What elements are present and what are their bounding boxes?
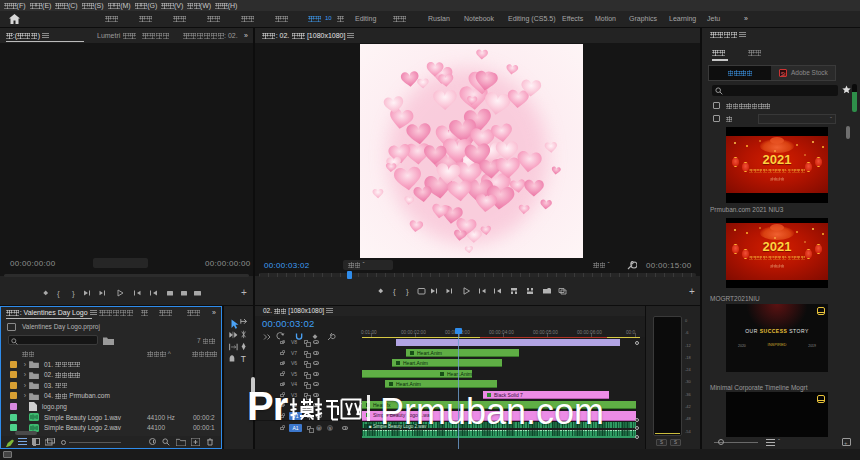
svg-text:{: { [393, 287, 396, 296]
svg-text:}: } [406, 287, 409, 296]
svg-text:{: { [57, 289, 60, 298]
svg-text:T: T [241, 354, 246, 364]
svg-text:}: } [72, 289, 75, 298]
